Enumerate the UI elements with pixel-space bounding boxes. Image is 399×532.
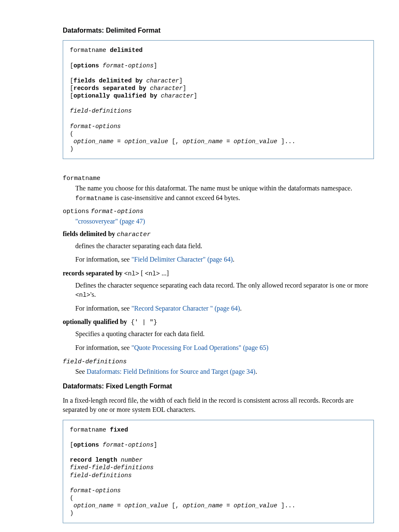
term-fd-text: field-definitions <box>63 358 127 365</box>
link-field-definitions[interactable]: Dataformats: Field Definitions for Sourc… <box>87 368 256 375</box>
section-heading-delimited: Dataformats: Delimited Format <box>63 26 374 35</box>
term-formatname-text: formatname <box>63 175 100 182</box>
term-fields-bold: fields delimited by <box>63 230 115 237</box>
link-quote-processing[interactable]: "Quote Processing For Load Operations" (… <box>131 344 269 351</box>
desc-fields: defines the character separating each da… <box>75 242 374 265</box>
term-opt-bold: optionally qualified by <box>63 318 127 325</box>
link-record-separator[interactable]: "Record Separator Character " (page 64) <box>131 305 240 312</box>
desc-formatname-code: formatname <box>75 195 113 202</box>
term-records-tail: ...] <box>160 270 169 277</box>
code-block-fixed: formatname fixed [options format-options… <box>63 420 374 524</box>
code-block-delimited: formatname delimited [options format-opt… <box>63 40 374 159</box>
term-formatname: formatname <box>63 173 374 183</box>
desc-fd-period: . <box>256 368 257 375</box>
term-records-c1: <nl> <box>124 270 139 278</box>
desc-opt-text: Specifies a quoting character for each d… <box>75 329 374 339</box>
term-options-it: format-options <box>91 208 143 215</box>
desc-fields-info: For information, see "Field Delimiter Ch… <box>75 255 374 264</box>
desc-formatname-p1: The name you choose for this dataformat.… <box>75 185 352 192</box>
link-crossoveryear[interactable]: "crossoveryear" (page 47) <box>75 218 145 225</box>
desc-fields-prefix: For information, see <box>75 256 131 263</box>
desc-records-info: For information, see "Record Separator C… <box>75 304 374 313</box>
term-records: records separated by <nl> [ <nl> ...] <box>63 269 374 278</box>
desc-opt-prefix: For information, see <box>75 344 131 351</box>
definition-list-delimited: formatname The name you choose for this … <box>63 173 374 377</box>
term-field-definitions: field-definitions <box>63 357 374 366</box>
fixed-intro: In a fixed-length record file, the width… <box>63 396 374 415</box>
desc-records-code: <nl> <box>75 292 90 299</box>
desc-records: Defines the character sequence separatin… <box>75 281 374 314</box>
desc-formatname: The name you choose for this dataformat.… <box>75 184 374 203</box>
term-records-bold: records separated by <box>63 270 123 277</box>
term-records-c2: <nl> <box>145 270 160 278</box>
desc-records-p1: Defines the character sequence separatin… <box>75 282 368 289</box>
desc-records-prefix: For information, see <box>75 305 131 312</box>
term-records-mid: [ <box>139 270 145 277</box>
link-field-delimiter[interactable]: "Field Delimiter Character" (page 64) <box>131 256 233 263</box>
desc-optionally: Specifies a quoting character for each d… <box>75 329 374 352</box>
term-options: options format-options <box>63 206 374 216</box>
term-fields: fields delimited by character <box>63 229 374 239</box>
desc-fields-period: . <box>233 256 235 263</box>
term-opt-code: {' | "} <box>127 319 157 326</box>
desc-opt-info: For information, see "Quote Processing F… <box>75 343 374 352</box>
desc-records-text: Defines the character sequence separatin… <box>75 281 374 300</box>
desc-records-period: . <box>240 305 242 312</box>
desc-records-p2: 's. <box>90 291 96 298</box>
desc-fd-prefix: See <box>75 368 87 375</box>
term-options-kw: options <box>63 208 89 215</box>
term-fields-it: character <box>117 231 151 238</box>
term-optionally: optionally qualified by {' | "} <box>63 317 374 327</box>
desc-field-definitions: See Dataformats: Field Definitions for S… <box>75 367 374 376</box>
desc-fields-text: defines the character separating each da… <box>75 242 374 251</box>
desc-formatname-p2: is case-insensitive and cannot exceed 64… <box>113 194 240 201</box>
desc-options: "crossoveryear" (page 47) <box>75 217 374 226</box>
section-heading-fixed: Dataformats: Fixed Length Format <box>63 382 374 391</box>
